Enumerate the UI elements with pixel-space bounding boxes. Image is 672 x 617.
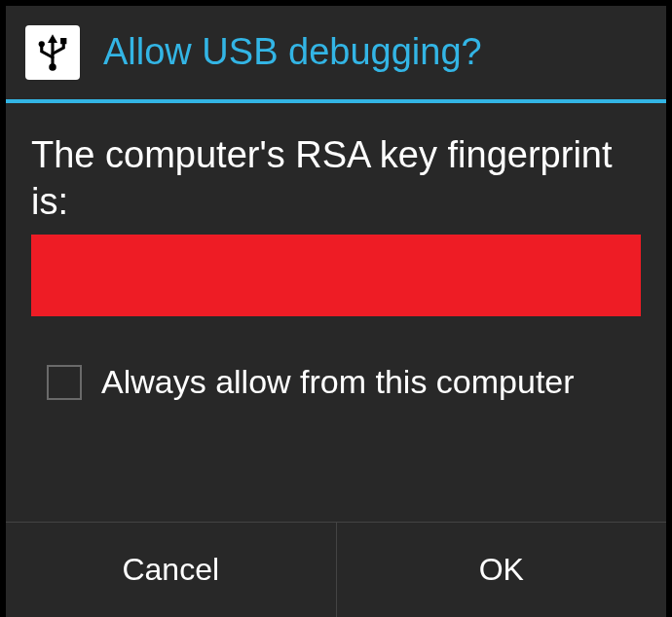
always-allow-row[interactable]: Always allow from this computer bbox=[31, 363, 641, 401]
svg-marker-2 bbox=[48, 34, 57, 43]
svg-rect-4 bbox=[60, 38, 66, 44]
cancel-button[interactable]: Cancel bbox=[6, 523, 336, 617]
ok-button[interactable]: OK bbox=[337, 523, 667, 617]
dialog-body-text: The computer's RSA key fingerprint is: bbox=[31, 132, 641, 225]
usb-debugging-dialog: Allow USB debugging? The computer's RSA … bbox=[6, 6, 666, 617]
fingerprint-redacted bbox=[31, 235, 641, 316]
dialog-body: The computer's RSA key fingerprint is: A… bbox=[6, 103, 666, 522]
svg-point-3 bbox=[39, 41, 45, 47]
dialog-title: Allow USB debugging? bbox=[103, 30, 482, 75]
usb-icon bbox=[25, 25, 80, 80]
dialog-button-bar: Cancel OK bbox=[6, 522, 666, 617]
always-allow-label: Always allow from this computer bbox=[101, 363, 575, 401]
dialog-header: Allow USB debugging? bbox=[6, 6, 666, 99]
always-allow-checkbox[interactable] bbox=[47, 365, 82, 400]
